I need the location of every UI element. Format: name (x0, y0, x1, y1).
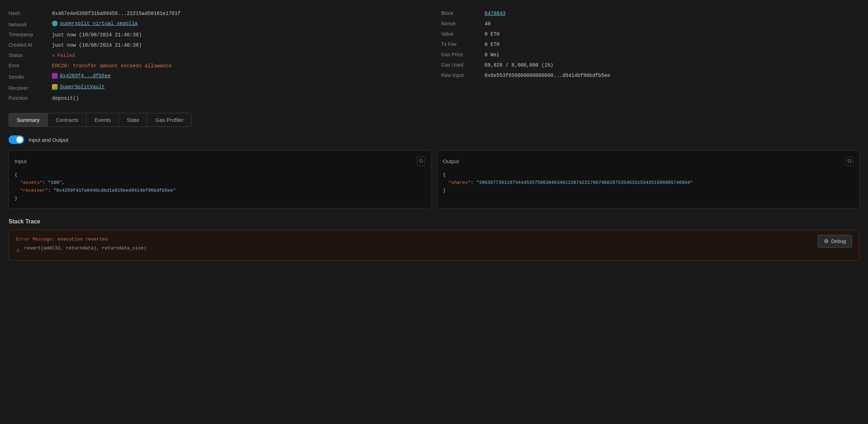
tab-events[interactable]: Events (87, 113, 119, 126)
tx-fee-label: Tx Fee (441, 41, 480, 47)
gas-price-row: Gas Price 0 Wei (441, 50, 859, 60)
stack-trace-title: Stack Trace (9, 218, 859, 225)
value-value: 0 ETH (485, 31, 500, 37)
output-copy-button[interactable]: ⧉ (845, 156, 853, 166)
network-row: Network supersplit virtual sepolia (9, 19, 427, 29)
receiver-value: SuperSplitVault (52, 84, 105, 90)
receiver-icon (52, 84, 58, 90)
failed-badge: Failed (52, 52, 75, 58)
left-info-col: Hash 0x467e4e6398f31ba99456...22215ad501… (9, 9, 427, 103)
status-value: Failed (52, 52, 75, 58)
sender-row: Sender 0x4269f4...dfb5ee (9, 71, 427, 82)
gas-used-label: Gas Used (441, 62, 480, 68)
receiver-row: Receiver SuperSplitVault (9, 82, 427, 93)
gas-price-label: Gas Price (441, 52, 480, 57)
error-message-value: execution reverted (58, 237, 108, 242)
tab-summary[interactable]: Summary (9, 113, 48, 126)
gas-price-value: 0 Wei (485, 52, 500, 58)
input-panel-header: Input ⧉ (15, 156, 425, 166)
network-label: Network (9, 22, 48, 27)
revert-text: revert(add(32, returndata), returndata_s… (24, 245, 814, 251)
output-code-content: { "shares": "396387739119734445357598304… (443, 171, 853, 195)
input-panel-title: Input (15, 158, 26, 164)
value-row: Value 0 ETH (441, 29, 859, 39)
receiver-link[interactable]: SuperSplitVault (52, 84, 105, 90)
tab-contracts[interactable]: Contracts (48, 113, 87, 126)
nonce-row: Nonce 40 (441, 19, 859, 29)
function-row: Function deposit() (9, 93, 427, 103)
hash-row: Hash 0x467e4e6398f31ba99456...22215ad501… (9, 9, 427, 18)
revert-row: ⚠ revert(add(32, returndata), returndata… (16, 245, 852, 254)
raw-input-label: Raw Input (441, 72, 480, 78)
tab-state[interactable]: State (119, 113, 147, 126)
network-icon (52, 21, 58, 26)
block-label: Block (441, 10, 480, 16)
sender-label: Sender (9, 74, 48, 80)
created-at-value: just now (10/08/2024 21:40:38) (52, 42, 142, 48)
output-panel: Output ⧉ { "shares": "396387739119734445… (437, 150, 859, 208)
gas-used-row: Gas Used 69,826 / 8,000,000 (1%) (441, 60, 859, 70)
error-message-row: Error Message: execution reverted (16, 237, 852, 242)
sender-icon (52, 73, 58, 79)
nonce-label: Nonce (441, 21, 480, 26)
warning-icon: ⚠ (16, 246, 20, 254)
toggle-row: Input and Output (9, 135, 859, 144)
status-label: Status (9, 52, 48, 58)
network-link[interactable]: supersplit virtual sepolia (52, 21, 137, 26)
stack-trace-section: Stack Trace Error Message: execution rev… (9, 218, 859, 260)
input-copy-button[interactable]: ⧉ (417, 156, 425, 166)
input-panel: Input ⧉ { "assets": "100", "receiver": "… (9, 150, 431, 208)
timestamp-row: Timestamp just now (10/08/2024 21:40:38) (9, 30, 427, 40)
right-info-col: Block 6476843 Nonce 40 Value 0 ETH Tx Fe… (441, 9, 859, 103)
transaction-info-grid: Hash 0x467e4e6398f31ba99456...22215ad501… (9, 9, 859, 103)
receiver-label: Receiver (9, 85, 48, 91)
panels-row: Input ⧉ { "assets": "100", "receiver": "… (9, 150, 859, 208)
hash-label: Hash (9, 10, 48, 16)
function-label: Function (9, 95, 48, 101)
output-panel-title: Output (443, 158, 459, 164)
error-message-label: Error Message: (16, 237, 55, 242)
toggle-thumb (16, 136, 23, 143)
gas-used-value: 69,826 / 8,000,000 (1%) (485, 62, 553, 68)
output-panel-header: Output ⧉ (443, 156, 853, 166)
tx-fee-row: Tx Fee 0 ETH (441, 40, 859, 49)
toggle-label: Input and Output (28, 137, 68, 143)
created-at-row: Created At just now (10/08/2024 21:40:38… (9, 40, 427, 50)
error-label: Error (9, 63, 48, 68)
error-row: Error ERC20: transfer amount exceeds all… (9, 61, 427, 71)
input-output-toggle[interactable] (9, 135, 24, 144)
block-row: Block 6476843 (441, 9, 859, 18)
debug-button[interactable]: ⚙ Debug (818, 235, 852, 248)
error-value: ERC20: transfer amount exceeds allowance (52, 63, 172, 69)
created-at-label: Created At (9, 42, 48, 48)
tab-gas-profiler[interactable]: Gas Profiler (147, 113, 191, 126)
nonce-value: 40 (485, 21, 491, 27)
sender-link[interactable]: 0x4269f4...dfb5ee (52, 73, 111, 79)
tabs-container: Summary Contracts Events State Gas Profi… (9, 113, 192, 127)
timestamp-value: just now (10/08/2024 21:40:38) (52, 32, 142, 38)
function-value: deposit() (52, 95, 79, 101)
input-code-content: { "assets": "100", "receiver": "0x4269f4… (15, 171, 425, 202)
gear-icon: ⚙ (824, 238, 828, 244)
stack-trace-box: Error Message: execution reverted ⚠ reve… (9, 230, 859, 260)
hash-value: 0x467e4e6398f31ba99456...22215ad50161e17… (52, 11, 181, 16)
network-value: supersplit virtual sepolia (52, 21, 137, 26)
sender-value: 0x4269f4...dfb5ee (52, 73, 111, 79)
value-label: Value (441, 31, 480, 37)
status-row: Status Failed (9, 51, 427, 60)
timestamp-label: Timestamp (9, 32, 48, 37)
tx-fee-value: 0 ETH (485, 42, 500, 47)
block-value[interactable]: 6476843 (485, 11, 506, 16)
raw-input-row: Raw Input 0x6e553f650000000000000...d941… (441, 71, 859, 80)
raw-input-value: 0x6e553f650000000000000...d9414bf96bdfb5… (485, 73, 610, 78)
